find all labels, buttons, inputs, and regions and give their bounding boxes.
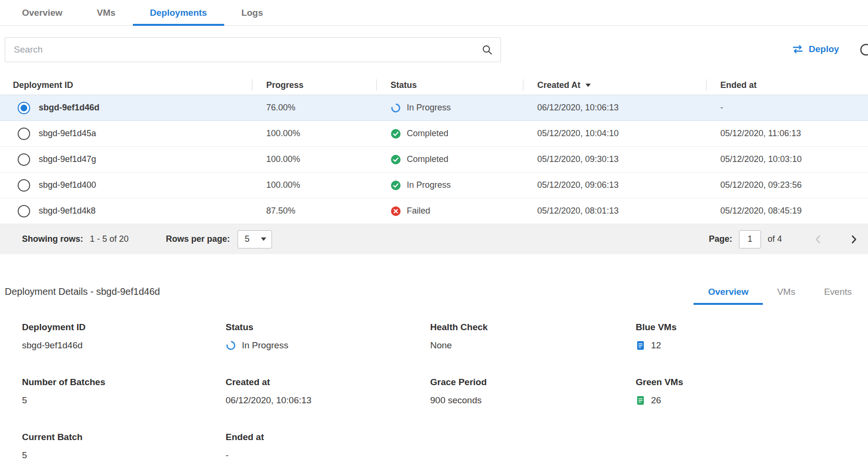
column-label: Ended at	[720, 80, 757, 90]
detail-field-green-vms: Green VMs 26	[636, 377, 868, 406]
deployment-id: sbgd-9ef1d46d	[39, 103, 99, 113]
details-tabbar: OverviewVMsEvents	[694, 281, 866, 305]
details-header: Deployment Details - sbgd-9ef1d46d Overv…	[0, 281, 868, 305]
progress-cell: 100.00%	[252, 180, 376, 190]
status-in-progress-icon	[391, 103, 401, 113]
ended-at-cell: -	[706, 103, 868, 113]
detail-value: None	[430, 340, 636, 351]
progress-cell: 100.00%	[252, 154, 376, 164]
ended-at-cell: 05/12/2020, 11:06:13	[706, 129, 868, 139]
detail-field-status: Status In Progress	[226, 322, 430, 351]
status-label: In Progress	[407, 103, 451, 113]
detail-value-text: 900 seconds	[430, 395, 482, 406]
detail-value-text: sbgd-9ef1d46d	[22, 340, 83, 351]
tab-vms[interactable]: VMs	[80, 0, 133, 26]
rows-per-page-label: Rows per page:	[166, 234, 230, 244]
detail-value-text: 5	[22, 450, 27, 461]
details-tab-vms[interactable]: VMs	[763, 281, 810, 305]
detail-field-ended-at: Ended at -	[226, 432, 430, 461]
deploy-button[interactable]: Deploy	[792, 44, 839, 54]
top-tabbar: OverviewVMsDeploymentsLogs	[0, 0, 868, 26]
created-at-cell: 05/12/2020, 08:01:13	[523, 206, 706, 216]
detail-value: -	[226, 450, 430, 461]
created-at-cell: 06/12/2020, 10:06:13	[523, 103, 706, 113]
column-header-status[interactable]: Status	[376, 75, 523, 95]
created-at-cell: 05/12/2020, 09:06:13	[523, 180, 706, 190]
detail-value-text: In Progress	[242, 340, 288, 351]
tab-overview[interactable]: Overview	[5, 0, 80, 26]
tab-logs[interactable]: Logs	[224, 0, 280, 26]
status-label: Failed	[407, 206, 430, 216]
column-header-deployment-id[interactable]: Deployment ID	[0, 75, 252, 95]
ended-at-cell: 05/12/2020, 08:45:19	[706, 206, 868, 216]
column-label: Created At	[537, 80, 580, 90]
table-header-row: Deployment ID Progress Status Created At…	[0, 75, 868, 95]
page-total: of 4	[768, 234, 782, 244]
progress-cell: 76.00%	[252, 103, 376, 113]
deploy-swap-arrows-icon	[792, 44, 804, 54]
column-header-ended-at[interactable]: Ended at	[706, 75, 868, 95]
page-input[interactable]	[739, 230, 761, 248]
table-row[interactable]: sbgd-9ef1d47g 100.00% Completed 05/12/20…	[0, 147, 868, 172]
rows-per-page-value: 5	[245, 234, 250, 244]
row-radio[interactable]	[18, 205, 30, 217]
deployment-id: sbgd-9ef1d4k8	[39, 206, 96, 216]
search-icon	[481, 44, 493, 55]
column-label: Status	[391, 80, 417, 90]
row-radio[interactable]	[18, 179, 30, 192]
status-cell: Completed	[376, 154, 523, 165]
table-row[interactable]: sbgd-9ef1d4k8 87.50% Failed 05/12/2020, …	[0, 198, 868, 224]
status-cell: Completed	[376, 129, 523, 139]
in-progress-icon	[226, 340, 236, 351]
detail-value: 900 seconds	[430, 395, 636, 406]
vm-blue-icon	[636, 340, 645, 351]
details-tab-events[interactable]: Events	[810, 281, 866, 305]
tab-deployments[interactable]: Deployments	[133, 0, 224, 26]
detail-value: 06/12/2020, 10:06:13	[226, 395, 430, 406]
table-row[interactable]: sbgd-9ef1d400 100.00% In Progress 05/12/…	[0, 172, 868, 198]
row-radio[interactable]	[18, 153, 30, 166]
detail-value-text: 12	[651, 340, 661, 351]
status-failed-icon	[391, 206, 401, 216]
showing-rows-value: 1 - 5 of 20	[90, 234, 129, 244]
detail-label: Number of Batches	[22, 377, 226, 388]
search-input[interactable]	[14, 44, 481, 55]
prev-page-button[interactable]	[813, 234, 824, 245]
column-header-created-at[interactable]: Created At	[523, 75, 706, 95]
rows-per-page-select[interactable]: 5	[238, 230, 272, 248]
table-row[interactable]: sbgd-9ef1d46d 76.00% In Progress 06/12/2…	[0, 95, 868, 121]
details-tab-overview[interactable]: Overview	[694, 281, 763, 305]
detail-value: In Progress	[226, 340, 430, 351]
row-radio[interactable]	[18, 102, 30, 114]
table-footer: Showing rows: 1 - 5 of 20 Rows per page:…	[0, 224, 868, 254]
ended-at-cell: 05/12/2020, 10:03:10	[706, 154, 868, 164]
next-page-button[interactable]	[848, 234, 859, 245]
search-box[interactable]	[5, 37, 501, 62]
deployment-id: sbgd-9ef1d45a	[39, 129, 96, 139]
status-completed-icon	[391, 180, 401, 191]
progress-cell: 100.00%	[252, 129, 376, 139]
column-label: Deployment ID	[13, 80, 73, 90]
status-label: Completed	[407, 129, 448, 139]
deployment-id: sbgd-9ef1d400	[39, 180, 96, 190]
detail-value: 5	[22, 395, 226, 406]
vm-green-icon	[636, 395, 645, 406]
ended-at-cell: 05/12/2020, 09:23:56	[706, 180, 868, 190]
created-at-cell: 05/12/2020, 10:04:10	[523, 129, 706, 139]
detail-label: Status	[226, 322, 430, 333]
detail-value: 12	[636, 340, 868, 351]
status-cell: In Progress	[376, 180, 523, 191]
row-radio[interactable]	[18, 128, 30, 140]
page-label: Page:	[709, 234, 732, 244]
detail-field-current-batch: Current Batch 5	[22, 432, 226, 461]
detail-value: sbgd-9ef1d46d	[22, 340, 226, 351]
status-cell: Failed	[376, 206, 523, 216]
detail-value: 5	[22, 450, 226, 461]
status-cell: In Progress	[376, 103, 523, 113]
detail-label: Created at	[226, 377, 430, 388]
detail-value: 26	[636, 395, 868, 406]
detail-field-grace-period: Grace Period 900 seconds	[430, 377, 636, 406]
refresh-icon[interactable]	[859, 43, 868, 57]
column-header-progress[interactable]: Progress	[252, 75, 376, 95]
table-row[interactable]: sbgd-9ef1d45a 100.00% Completed 05/12/20…	[0, 121, 868, 147]
